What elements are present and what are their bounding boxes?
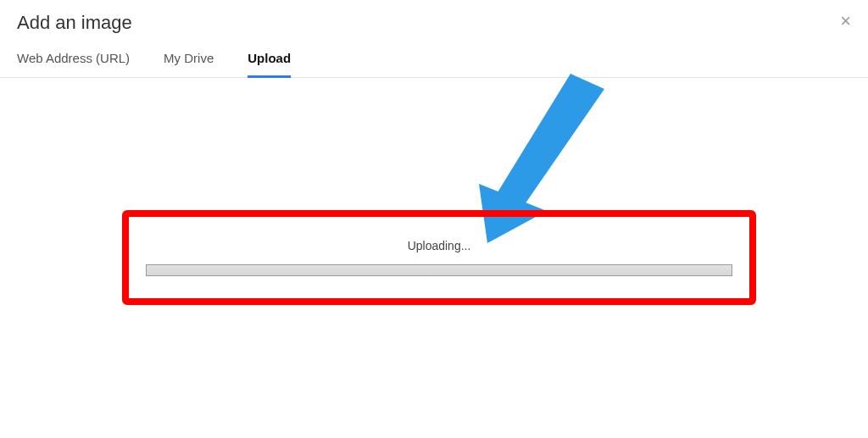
upload-progress-bar [146, 264, 732, 276]
tab-my-drive[interactable]: My Drive [164, 51, 214, 77]
tab-web-address[interactable]: Web Address (URL) [17, 51, 130, 77]
dialog-header: Add an image × [0, 0, 868, 41]
close-icon[interactable]: × [840, 12, 851, 30]
upload-status-text: Uploading... [408, 239, 471, 252]
tabs-bar: Web Address (URL) My Drive Upload [0, 41, 868, 78]
svg-marker-0 [498, 74, 604, 209]
dialog-title: Add an image [17, 12, 132, 34]
tab-upload[interactable]: Upload [248, 51, 291, 77]
upload-panel: Uploading... [0, 78, 868, 417]
upload-status-box: Uploading... [122, 210, 756, 305]
